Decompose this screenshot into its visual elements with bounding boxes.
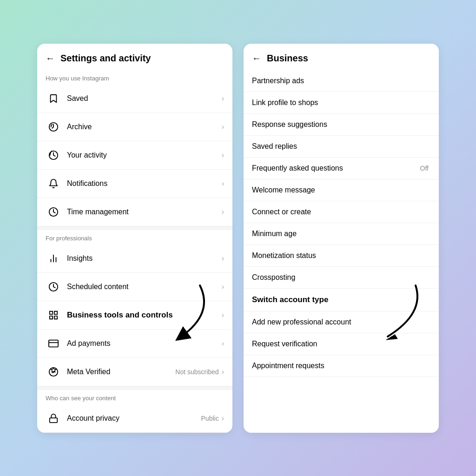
menu-item-crossposting[interactable]: Crossposting [244, 267, 439, 289]
menu-item-add-professional-account[interactable]: Add new professional account [244, 311, 439, 333]
menu-item-partnership-ads[interactable]: Partnership ads [244, 70, 439, 92]
right-panel-header: ← Business [244, 44, 439, 70]
appointment-requests-label: Appointment requests [252, 362, 430, 370]
menu-item-ad-payments[interactable]: Ad payments › [37, 330, 232, 358]
svg-rect-11 [49, 340, 58, 347]
menu-item-faq[interactable]: Frequently asked questions Off [244, 158, 439, 179]
left-back-button[interactable]: ← [46, 53, 55, 64]
meta-verified-chevron: › [222, 368, 224, 376]
switch-account-type-label: Switch account type [252, 295, 430, 304]
menu-item-scheduled-content[interactable]: Scheduled content › [37, 273, 232, 301]
time-management-chevron: › [222, 208, 224, 216]
saved-icon [46, 91, 61, 106]
ad-payments-icon [46, 336, 61, 351]
insights-chevron: › [222, 254, 224, 263]
connect-create-label: Connect or create [252, 208, 430, 216]
left-panel: ← Settings and activity How you use Inst… [37, 44, 232, 433]
notifications-icon [46, 176, 61, 192]
menu-item-account-privacy[interactable]: Account privacy Public › [37, 404, 232, 433]
business-tools-label: Business tools and controls [67, 311, 222, 320]
meta-verified-sub: Not subscribed [175, 368, 218, 376]
scheduled-content-label: Scheduled content [67, 283, 222, 291]
menu-item-monetization-status[interactable]: Monetization status [244, 245, 439, 267]
right-panel-title: Business [267, 53, 308, 64]
crossposting-label: Crossposting [252, 273, 430, 282]
right-back-button[interactable]: ← [252, 53, 261, 64]
request-verification-label: Request verification [252, 340, 430, 348]
your-activity-icon [46, 147, 61, 163]
menu-item-saved[interactable]: Saved › [37, 85, 232, 113]
minimum-age-label: Minimum age [252, 230, 430, 238]
insights-label: Insights [67, 254, 222, 263]
menu-item-time-management[interactable]: Time management › [37, 198, 232, 226]
time-management-label: Time management [67, 208, 222, 216]
scheduled-content-icon [46, 279, 61, 295]
account-privacy-sub: Public [201, 415, 219, 422]
menu-item-minimum-age[interactable]: Minimum age [244, 223, 439, 245]
saved-chevron: › [222, 94, 224, 103]
notifications-chevron: › [222, 179, 224, 188]
menu-item-link-profile[interactable]: Link profile to shops [244, 92, 439, 114]
menu-item-appointment-requests[interactable]: Appointment requests [244, 355, 439, 377]
section3-label: Who can see your content [37, 390, 232, 404]
link-profile-label: Link profile to shops [252, 99, 430, 107]
menu-item-meta-verified[interactable]: Meta Verified Not subscribed › [37, 358, 232, 386]
section2-label: For professionals [37, 230, 232, 245]
left-panel-header: ← Settings and activity [37, 44, 232, 70]
partnership-ads-label: Partnership ads [252, 77, 430, 85]
menu-item-saved-replies[interactable]: Saved replies [244, 136, 439, 158]
menu-item-welcome-message[interactable]: Welcome message [244, 179, 439, 201]
right-panel: ← Business Partnership ads Link profile … [244, 44, 439, 433]
svg-rect-10 [50, 316, 53, 318]
saved-label: Saved [67, 94, 222, 103]
section1-label: How you use Instagram [37, 70, 232, 85]
meta-verified-label: Meta Verified [67, 368, 175, 376]
welcome-message-label: Welcome message [252, 186, 430, 194]
svg-rect-14 [50, 418, 58, 423]
your-activity-chevron: › [222, 151, 224, 159]
menu-item-archive[interactable]: Archive › [37, 113, 232, 141]
left-panel-title: Settings and activity [60, 53, 151, 64]
menu-item-insights[interactable]: Insights › [37, 245, 232, 273]
menu-item-response-suggestions[interactable]: Response suggestions [244, 114, 439, 136]
business-tools-icon [46, 307, 61, 323]
account-privacy-label: Account privacy [67, 414, 201, 423]
menu-item-business-tools[interactable]: Business tools and controls › [37, 301, 232, 330]
notifications-label: Notifications [67, 179, 222, 188]
svg-rect-7 [50, 311, 53, 314]
add-professional-account-label: Add new professional account [252, 318, 430, 326]
scheduled-content-chevron: › [222, 283, 224, 291]
ad-payments-chevron: › [222, 339, 224, 348]
archive-icon [46, 119, 61, 135]
insights-icon [46, 251, 61, 266]
response-suggestions-label: Response suggestions [252, 120, 430, 129]
time-management-icon [46, 204, 61, 220]
svg-rect-9 [54, 316, 57, 318]
menu-item-switch-account-type[interactable]: Switch account type [244, 289, 439, 311]
account-privacy-icon [46, 410, 61, 426]
your-activity-label: Your activity [67, 151, 222, 159]
archive-chevron: › [222, 123, 224, 131]
account-privacy-chevron: › [222, 414, 224, 423]
menu-item-connect-create[interactable]: Connect or create [244, 201, 439, 223]
archive-label: Archive [67, 123, 222, 131]
saved-replies-label: Saved replies [252, 142, 430, 151]
ad-payments-label: Ad payments [67, 339, 222, 348]
monetization-status-label: Monetization status [252, 251, 430, 260]
meta-verified-icon [46, 364, 61, 380]
svg-rect-8 [54, 311, 57, 314]
faq-status: Off [420, 165, 429, 172]
menu-item-your-activity[interactable]: Your activity › [37, 141, 232, 170]
menu-item-request-verification[interactable]: Request verification [244, 333, 439, 355]
business-tools-chevron: › [222, 311, 224, 319]
menu-item-notifications[interactable]: Notifications › [37, 170, 232, 198]
faq-label: Frequently asked questions [252, 164, 420, 172]
